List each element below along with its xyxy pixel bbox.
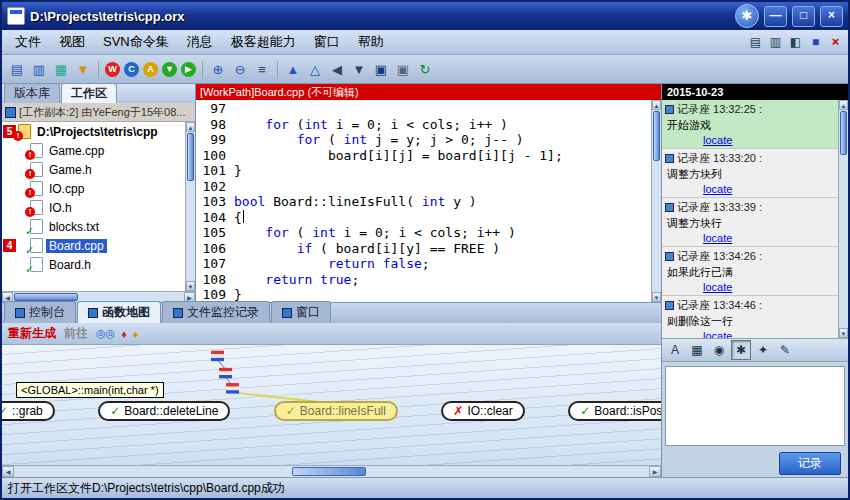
bottom-tab[interactable]: 函数地图 (77, 301, 161, 323)
locate-link[interactable]: locate (703, 134, 835, 146)
workspace-tab[interactable]: 版本库 (4, 83, 60, 103)
scroll-up-button[interactable]: ▲ (652, 100, 661, 110)
separator-icon[interactable] (277, 61, 278, 78)
log-entry[interactable]: 记录座 13:34:26 : 如果此行已满 locate (662, 247, 838, 296)
tree-scrollbar-vertical[interactable]: ▲ ▼ (185, 122, 195, 291)
tree-file-row[interactable]: Game.h (2, 160, 185, 179)
titlebar[interactable]: D:\Projects\tetris\cpp.orx ✱ — □ × (2, 2, 848, 30)
function-map-canvas[interactable]: <GLOBAL>::main(int,char *) ::grab Board:… (2, 345, 661, 465)
zoom-out-icon[interactable]: ⊖ (230, 59, 250, 79)
monitor-icon[interactable]: ▣ (371, 59, 391, 79)
pencil-icon[interactable]: ✎ (775, 340, 795, 360)
menu-item[interactable]: 视图 (50, 31, 94, 53)
scroll-down-button[interactable]: ▼ (186, 281, 195, 291)
scroll-thumb[interactable] (653, 111, 660, 161)
monitor-alt-icon[interactable]: ▣ (393, 59, 413, 79)
locate-link[interactable]: locate (703, 330, 835, 338)
calltree-icon[interactable]: ♦ (133, 328, 139, 340)
settings-gear-button[interactable]: ✱ (735, 4, 759, 28)
scroll-down-button[interactable]: ▼ (839, 328, 848, 338)
log-scrollbar-vertical[interactable]: ▲ ▼ (838, 100, 848, 338)
download-icon[interactable]: ▼ (162, 62, 177, 77)
file-name[interactable]: blocks.txt (46, 220, 102, 234)
tree-file-row[interactable]: IO.cpp (2, 179, 185, 198)
panel-dock-left-icon[interactable]: ◧ (787, 34, 804, 50)
scroll-thumb[interactable] (14, 293, 78, 301)
arrow-up-icon[interactable]: ▲ (283, 59, 303, 79)
goto-button[interactable]: 前往 (64, 325, 88, 342)
file-name[interactable]: IO.cpp (46, 182, 87, 196)
close-button[interactable]: × (820, 6, 843, 27)
log-entry[interactable]: 记录座 13:34:46 : 则删除这一行 locate (662, 296, 838, 338)
separator-icon[interactable] (98, 61, 99, 78)
log-entry[interactable]: 记录座 13:33:20 : 调整方块列 locate (662, 149, 838, 198)
regenerate-button[interactable]: 重新生成 (8, 325, 56, 342)
maximize-button[interactable]: □ (792, 6, 815, 27)
workspace-tab[interactable]: 工作区 (61, 83, 117, 103)
function-node[interactable]: ::grab (2, 401, 55, 421)
nav-down-icon[interactable]: ▼ (349, 59, 369, 79)
menu-item[interactable]: 文件 (6, 31, 50, 53)
record-button[interactable]: 记录 (779, 452, 841, 475)
wand-icon[interactable]: ✦ (753, 340, 773, 360)
close-pane-icon[interactable]: × (827, 34, 844, 50)
scroll-up-button[interactable]: ▲ (186, 122, 195, 132)
image-icon[interactable]: ▦ (51, 59, 71, 79)
file-name[interactable]: Board.h (46, 258, 94, 272)
separator-icon[interactable] (202, 61, 203, 78)
function-node[interactable]: Board::lineIsFull (274, 401, 398, 421)
tree-file-row[interactable]: Game.cpp (2, 141, 185, 160)
root-path-label[interactable]: D:\Projects\tetris\cpp (34, 125, 161, 139)
tree-file-row[interactable]: IO.h (2, 198, 185, 217)
scroll-down-button[interactable]: ▼ (652, 292, 661, 302)
code-area[interactable]: 97 98 for (int i = 0; i < cols; i++ ) (196, 100, 651, 302)
filter-icon[interactable]: ▼ (73, 59, 93, 79)
function-node[interactable]: Board::isPossi (568, 401, 661, 421)
menu-item[interactable]: 帮助 (349, 31, 393, 53)
word-marker-icon[interactable]: W (105, 62, 120, 77)
file-name[interactable]: Game.h (46, 163, 95, 177)
print-icon[interactable]: ≡ (252, 59, 272, 79)
refresh-icon[interactable]: ↻ (415, 59, 435, 79)
text-icon[interactable]: A (665, 340, 685, 360)
image-icon[interactable]: ▦ (687, 340, 707, 360)
gear-icon[interactable]: ✱ (731, 340, 751, 360)
scroll-thumb[interactable] (840, 111, 847, 155)
tree-file-row[interactable]: 4 Board.cpp (2, 236, 185, 255)
log-entry[interactable]: 记录座 13:32:25 : 开始游戏 locate (662, 100, 838, 149)
open-workspace-icon[interactable]: ▤ (7, 59, 27, 79)
scroll-left-button[interactable]: ◀ (2, 466, 14, 477)
tree-file-row[interactable]: Board.h (2, 255, 185, 274)
minimize-button[interactable]: — (764, 6, 787, 27)
menu-item[interactable]: 消息 (178, 31, 222, 53)
scroll-thumb[interactable] (292, 467, 366, 476)
file-name[interactable]: IO.h (46, 201, 75, 215)
bottom-tab[interactable]: 文件监控记录 (162, 301, 270, 323)
arrow-up-outline-icon[interactable]: △ (305, 59, 325, 79)
binoculars-icon[interactable]: ◎◎ (96, 327, 115, 340)
clock-icon[interactable]: C (124, 62, 139, 77)
menu-item[interactable]: 窗口 (305, 31, 349, 53)
scroll-thumb[interactable] (187, 133, 194, 181)
alarm-icon[interactable]: A (143, 62, 158, 77)
menu-item[interactable]: 极客超能力 (222, 31, 305, 53)
scroll-up-button[interactable]: ▲ (839, 100, 848, 110)
locate-link[interactable]: locate (703, 281, 835, 293)
file-name[interactable]: Game.cpp (46, 144, 107, 158)
zoom-in-icon[interactable]: ⊕ (208, 59, 228, 79)
bottom-tab[interactable]: 控制台 (4, 301, 76, 323)
callgraph-icon[interactable]: ♦ (121, 328, 127, 340)
editor-scrollbar-vertical[interactable]: ▲ ▼ (651, 100, 661, 302)
scroll-right-button[interactable]: ▶ (649, 466, 661, 477)
run-icon[interactable]: ▶ (181, 62, 196, 77)
function-node[interactable]: Board::deleteLine (98, 401, 230, 421)
panel-blue-icon[interactable]: ■ (807, 34, 824, 50)
tree-root-row[interactable]: 5 D:\Projects\tetris\cpp (2, 122, 185, 141)
nav-left-icon[interactable]: ◀ (327, 59, 347, 79)
camera-icon[interactable]: ◉ (709, 340, 729, 360)
note-input-area[interactable] (665, 366, 845, 446)
preview-icon[interactable]: ▥ (29, 59, 49, 79)
file-name[interactable]: Board.cpp (46, 239, 107, 253)
menu-item[interactable]: SVN命令集 (94, 31, 178, 53)
locate-link[interactable]: locate (703, 183, 835, 195)
